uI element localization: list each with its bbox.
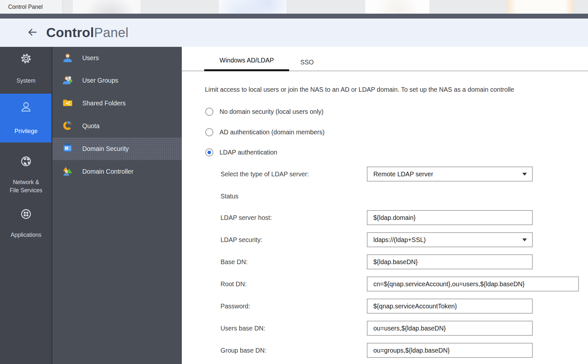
- back-button[interactable]: [25, 26, 39, 40]
- tab-sso[interactable]: SSO: [292, 47, 322, 71]
- radio-no-domain-security[interactable]: No domain security (local users only): [205, 107, 324, 116]
- menu-item-user-groups[interactable]: User Groups: [52, 69, 182, 92]
- base-dn-input[interactable]: [367, 254, 533, 269]
- menu-item-label: Shared Folders: [82, 100, 126, 107]
- select-value: Remote LDAP server: [373, 170, 433, 178]
- background-window-ghost: [73, 0, 140, 14]
- sidebar-item-applications[interactable]: Applications: [0, 207, 52, 239]
- field-label: Select the type of LDAP server:: [220, 167, 309, 182]
- menu-item-label: User Groups: [82, 77, 118, 84]
- menu-item-users[interactable]: Users: [52, 47, 182, 69]
- root-dn-input[interactable]: [367, 276, 579, 291]
- person-icon: [19, 110, 33, 115]
- sidebar-item-label-line1: Network &: [0, 178, 52, 186]
- radio-icon: [205, 108, 213, 116]
- radio-label: No domain security (local users only): [220, 108, 324, 115]
- radio-ldap-authentication[interactable]: LDAP authentication: [205, 147, 277, 157]
- window-top-edge: [0, 14, 588, 19]
- password-input[interactable]: [367, 299, 533, 314]
- radio-ad-authentication[interactable]: AD authentication (domain members): [205, 127, 325, 137]
- qnap-control-panel-screen: Control Panel ControlPanel: [0, 0, 588, 364]
- primary-sidebar: System Privilege Network & File Services: [0, 47, 52, 364]
- field-label: Password:: [220, 299, 250, 314]
- tab-windows-ad-ldap[interactable]: Windows AD/LDAP: [204, 47, 289, 71]
- users-icon: [62, 52, 73, 64]
- menu-item-quota[interactable]: Quota: [52, 115, 182, 137]
- menu-item-label: Users: [82, 54, 99, 62]
- field-label: LDAP security:: [220, 232, 262, 247]
- background-window-ghost: [507, 0, 574, 14]
- ldap-server-type-select[interactable]: Remote LDAP server: [367, 167, 533, 182]
- radio-label: LDAP authentication: [220, 149, 277, 156]
- field-label: Group base DN:: [220, 343, 266, 358]
- select-value: ldaps://(ldap+SSL): [373, 236, 426, 244]
- menu-item-shared-folders[interactable]: Shared Folders: [52, 92, 182, 115]
- page-title-bold: Control: [46, 25, 94, 40]
- field-label: LDAP server host:: [220, 210, 272, 225]
- desktop-top-strip: Control Panel: [0, 0, 588, 14]
- ldap-server-host-input[interactable]: [367, 210, 533, 225]
- background-window-ghost: [219, 0, 287, 14]
- domain-controller-icon: [62, 166, 73, 178]
- app-header: ControlPanel: [0, 19, 588, 47]
- group-base-dn-input[interactable]: [367, 343, 533, 358]
- menu-item-domain-controller[interactable]: Domain Controller: [52, 160, 182, 183]
- globe-icon: [19, 164, 33, 169]
- sidebar-item-label: Privilege: [0, 127, 52, 135]
- tab-bar: Windows AD/LDAP SSO: [182, 47, 588, 71]
- status-label: Status: [220, 189, 238, 204]
- sidebar-item-system[interactable]: System: [0, 51, 52, 85]
- user-groups-icon: [62, 74, 73, 87]
- users-base-dn-input[interactable]: [367, 321, 533, 336]
- sidebar-item-privilege[interactable]: Privilege: [0, 94, 52, 142]
- taskbar-window-title: Control Panel: [8, 4, 43, 10]
- sidebar-item-label: Applications: [0, 231, 52, 239]
- apps-grid-icon: [19, 217, 33, 222]
- page-title-light: Panel: [94, 25, 128, 40]
- shared-folders-icon: [62, 97, 73, 110]
- quota-donut-icon: [62, 120, 73, 132]
- taskbar-window-button[interactable]: Control Panel: [0, 0, 62, 14]
- tab-label: SSO: [300, 59, 314, 66]
- tab-label: Windows AD/LDAP: [220, 57, 274, 64]
- chevron-down-icon: [522, 173, 527, 176]
- domain-security-panel: Windows AD/LDAP SSO Limit access to loca…: [182, 47, 588, 364]
- sidebar-item-network-file-services[interactable]: Network & File Services: [0, 154, 52, 195]
- menu-item-label: Domain Security: [82, 145, 129, 153]
- radio-icon-selected: [205, 148, 213, 156]
- sidebar-item-label-line2: File Services: [0, 186, 52, 195]
- field-label: Users base DN:: [220, 321, 265, 336]
- back-arrow-icon: [27, 27, 38, 39]
- panel-description: Limit access to local users or join the …: [205, 86, 588, 95]
- radio-icon: [205, 128, 213, 136]
- ldap-security-select[interactable]: ldaps://(ldap+SSL): [367, 232, 533, 247]
- privilege-menu: Users User Groups: [52, 47, 182, 364]
- field-label: Base DN:: [220, 254, 247, 269]
- radio-label: AD authentication (domain members): [220, 128, 325, 136]
- page-title: ControlPanel: [46, 25, 128, 40]
- menu-item-domain-security[interactable]: Domain Security: [52, 138, 182, 160]
- chevron-down-icon: [522, 238, 527, 241]
- field-label: Root DN:: [220, 276, 247, 291]
- menu-item-label: Domain Controller: [82, 168, 133, 175]
- sidebar-item-label: System: [0, 77, 52, 85]
- menu-item-label: Quota: [82, 122, 100, 130]
- background-window-ghost: [365, 0, 429, 14]
- gear-icon: [19, 61, 33, 67]
- domain-security-badge-icon: [62, 143, 73, 155]
